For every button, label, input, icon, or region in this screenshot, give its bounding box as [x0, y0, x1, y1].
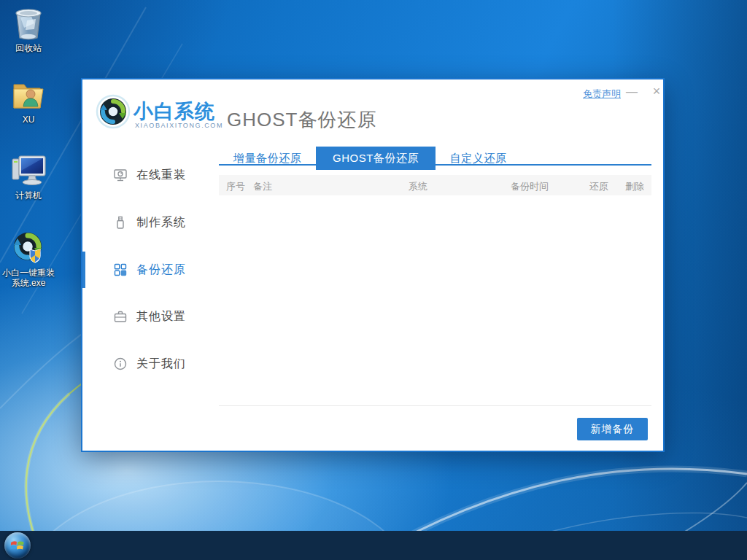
- screen: 回收站 XU: [0, 0, 747, 560]
- column-header-remark: 备注: [253, 180, 272, 193]
- column-header-delete: 删除: [625, 180, 644, 193]
- xiaobai-installer-icon: [10, 229, 47, 265]
- app-window: 小白系统 XIAOBAIXITONG.COM GHOST备份还原 免责声明 — …: [81, 78, 665, 452]
- close-button[interactable]: ×: [649, 84, 665, 99]
- page-title: GHOST备份还原: [227, 107, 376, 133]
- desktop-icon-recycle-bin[interactable]: 回收站: [1, 6, 55, 53]
- windows-flag-icon: [10, 539, 25, 552]
- sidebar-item-label: 制作系统: [136, 215, 186, 230]
- taskbar: e: [0, 531, 747, 560]
- start-button[interactable]: [4, 532, 31, 559]
- minimize-button[interactable]: —: [624, 85, 640, 98]
- sidebar-item-make-system[interactable]: 制作系统: [82, 204, 219, 241]
- recycle-bin-icon: [12, 6, 44, 41]
- desktop-icon-user-folder[interactable]: XU: [1, 79, 55, 125]
- computer-icon: [10, 153, 47, 188]
- usb-make-system-icon: [113, 215, 128, 230]
- sidebar-item-other-settings[interactable]: 其他设置: [82, 298, 219, 335]
- sidebar-item-about-us[interactable]: 关于我们: [82, 346, 219, 382]
- sidebar-item-label: 其他设置: [136, 309, 186, 324]
- sidebar-item-online-reinstall[interactable]: 在线重装: [82, 157, 219, 193]
- desktop-icon-computer[interactable]: 计算机: [1, 153, 55, 201]
- user-folder-icon: [11, 79, 46, 112]
- desktop-icon-label: XU: [23, 114, 35, 125]
- table-body-empty: [219, 195, 651, 400]
- sidebar-item-label: 关于我们: [136, 357, 186, 372]
- desktop-icon-label: 计算机: [15, 190, 42, 201]
- sidebar-item-label: 备份还原: [136, 262, 186, 278]
- sidebar-item-backup-restore[interactable]: 备份还原: [82, 252, 219, 288]
- brand-name: 小白系统: [133, 98, 215, 125]
- column-header-backup-time: 备份时间: [511, 180, 549, 193]
- other-settings-icon: [113, 309, 128, 324]
- footer-divider: [219, 405, 651, 406]
- tab-ghost-backup-restore[interactable]: GHOST备份还原: [316, 147, 436, 170]
- column-header-index: 序号: [226, 180, 245, 193]
- backup-restore-grid-icon: [113, 262, 128, 277]
- desktop-icon-label: 回收站: [15, 43, 42, 53]
- desktop-icon-xiaobai-installer[interactable]: 小白一键重装系统.exe: [1, 229, 55, 288]
- sidebar-item-label: 在线重装: [136, 168, 186, 183]
- brand-domain: XIAOBAIXITONG.COM: [135, 122, 223, 129]
- disclaimer-link[interactable]: 免责声明: [583, 88, 621, 101]
- tab-incremental-backup-restore[interactable]: 增量备份还原: [219, 147, 316, 170]
- table-header-row: 序号 备注 系统 备份时间 还原 删除: [219, 175, 651, 195]
- xiaobai-logo-icon: [96, 94, 131, 129]
- online-reinstall-icon: [113, 168, 128, 182]
- column-header-system: 系统: [409, 180, 427, 193]
- tab-custom-restore[interactable]: 自定义还原: [436, 147, 522, 170]
- desktop-icon-label: 小白一键重装系统.exe: [1, 268, 55, 288]
- about-us-icon: [113, 357, 128, 371]
- column-header-restore: 还原: [589, 180, 608, 193]
- add-backup-button[interactable]: 新增备份: [577, 418, 648, 440]
- tab-bar: 增量备份还原 GHOST备份还原 自定义还原: [219, 147, 521, 170]
